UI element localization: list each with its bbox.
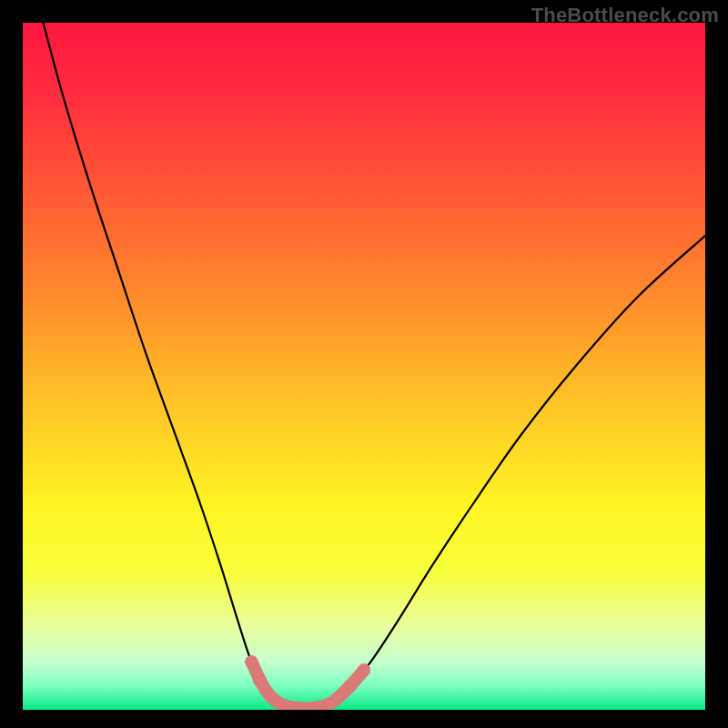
chart-background [23, 23, 705, 710]
highlight-marker [344, 679, 358, 693]
bottleneck-chart [0, 0, 728, 728]
highlight-marker [358, 663, 370, 676]
highlight-marker [245, 655, 258, 668]
watermark-label: TheBottleneck.com [531, 4, 719, 27]
chart-stage: TheBottleneck.com [0, 0, 728, 728]
highlight-marker [253, 673, 267, 687]
